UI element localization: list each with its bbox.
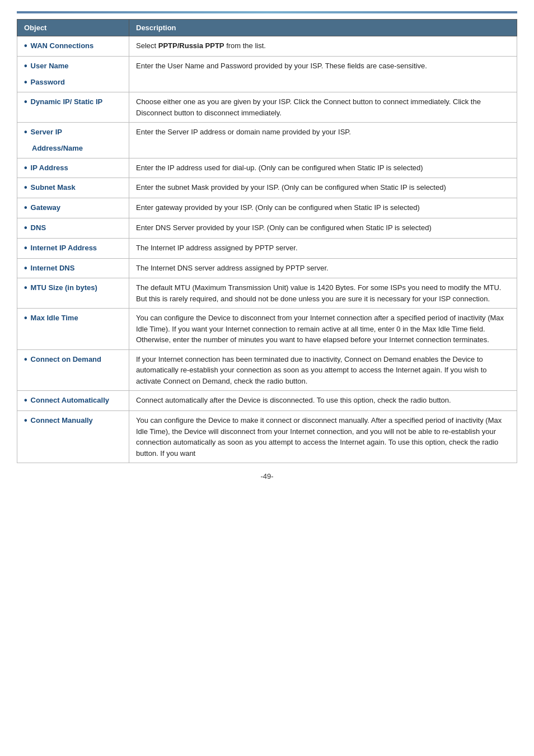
object-cell: • Dynamic IP/ Static IP [17, 92, 129, 123]
description-cell: Enter the subnet Mask provided by your I… [129, 178, 517, 198]
object-cell: • Connect on Demand [17, 349, 129, 391]
description-cell: Enter gateway provided by your ISP. (Onl… [129, 198, 517, 218]
object-label: Connect on Demand [31, 354, 101, 365]
object-label: MTU Size (in bytes) [31, 282, 97, 293]
description-cell: The Internet IP address assigned by PPTP… [129, 238, 517, 258]
table-row: • Connect on Demand If your Internet con… [17, 349, 517, 391]
bullet-icon: • [24, 60, 27, 72]
object-cell: • WAN Connections [17, 36, 129, 57]
bullet-icon: • [24, 395, 27, 407]
object-cell: • MTU Size (in bytes) [17, 278, 129, 309]
col-header-object: Object [17, 20, 129, 36]
col-header-description: Description [129, 20, 517, 36]
object-cell: • Connect Manually [17, 411, 129, 463]
table-row: • User Name • Password Enter the User Na… [17, 56, 517, 92]
object-cell: • IP Address [17, 158, 129, 178]
object-label: Internet DNS [31, 263, 75, 274]
object-label: WAN Connections [31, 40, 94, 52]
bullet-icon: • [24, 77, 27, 88]
object-label: User Name [31, 60, 69, 72]
bullet-icon: • [24, 312, 27, 324]
bullet-icon: • [24, 96, 27, 108]
table-row: • Subnet Mask Enter the subnet Mask prov… [17, 178, 517, 198]
object-label: Connect Manually [31, 415, 93, 426]
object-label: Max Idle Time [31, 312, 78, 324]
table-row: • DNS Enter DNS Server provided by your … [17, 218, 517, 239]
bullet-icon: • [24, 182, 27, 194]
description-cell: Choose either one as you are given by yo… [129, 92, 517, 123]
description-cell: The default MTU (Maximum Transmission Un… [129, 278, 517, 309]
object-label: Dynamic IP/ Static IP [31, 96, 103, 108]
object-label: IP Address [31, 162, 68, 174]
table-row: • Dynamic IP/ Static IP Choose either on… [17, 92, 517, 123]
table-row: • Connect Manually You can configure the… [17, 411, 517, 463]
description-cell: Select PPTP/Russia PPTP from the list. [129, 36, 517, 57]
description-cell: You can configure the Device to disconne… [129, 309, 517, 350]
page-wrapper: Object Description • WAN Connections Sel… [0, 0, 534, 492]
bullet-icon: • [24, 263, 27, 274]
object-label: Internet IP Address [31, 242, 97, 254]
bullet-icon: • [24, 242, 27, 254]
object-cell: • Max Idle Time [17, 309, 129, 350]
table-row: • Internet DNS The Internet DNS server a… [17, 258, 517, 278]
table-row: • Connect Automatically Connect automati… [17, 391, 517, 411]
table-row: • Gateway Enter gateway provided by your… [17, 198, 517, 218]
object-cell: • Connect Automatically [17, 391, 129, 411]
bullet-icon: • [24, 222, 27, 234]
bullet-icon: • [24, 354, 27, 366]
bullet-icon: • [24, 202, 27, 214]
object-cell: • Server IP Address/Name [17, 123, 129, 158]
table-row: • Server IP Address/Name Enter the Serve… [17, 123, 517, 158]
bullet-icon: • [24, 40, 27, 52]
table-row: • WAN Connections Select PPTP/Russia PPT… [17, 36, 517, 57]
description-cell: Enter DNS Server provided by your ISP. (… [129, 218, 517, 239]
description-cell: If your Internet connection has been ter… [129, 349, 517, 391]
bullet-icon: • [24, 415, 27, 427]
object-sublabel: Address/Name [32, 143, 83, 154]
object-label: DNS [31, 222, 46, 234]
bullet-icon: • [24, 282, 27, 294]
object-label: Subnet Mask [31, 182, 76, 193]
page-number: -49- [17, 472, 517, 480]
description-cell: Enter the IP address used for dial-up. (… [129, 158, 517, 178]
object-cell: • Subnet Mask [17, 178, 129, 198]
table-row: • Max Idle Time You can configure the De… [17, 309, 517, 350]
table-row: • MTU Size (in bytes) The default MTU (M… [17, 278, 517, 309]
description-cell: The Internet DNS server address assigned… [129, 258, 517, 278]
description-cell: Enter the User Name and Password provide… [129, 56, 517, 92]
bullet-icon: • [24, 127, 27, 138]
bullet-icon: • [24, 162, 27, 174]
main-table: Object Description • WAN Connections Sel… [17, 19, 517, 463]
table-row: • Internet IP Address The Internet IP ad… [17, 238, 517, 258]
object-label: Password [31, 77, 65, 88]
top-border [17, 11, 517, 13]
object-cell: • Gateway [17, 198, 129, 218]
object-cell: • User Name • Password [17, 56, 129, 92]
table-row: • IP Address Enter the IP address used f… [17, 158, 517, 178]
object-label: Gateway [31, 202, 60, 213]
object-label: Connect Automatically [31, 395, 109, 406]
description-cell: Connect automatically after the Device i… [129, 391, 517, 411]
description-cell: Enter the Server IP address or domain na… [129, 123, 517, 158]
object-cell: • Internet DNS [17, 258, 129, 278]
description-cell: You can configure the Device to make it … [129, 411, 517, 463]
object-cell: • Internet IP Address [17, 238, 129, 258]
object-cell: • DNS [17, 218, 129, 239]
object-label: Server IP [31, 127, 62, 138]
